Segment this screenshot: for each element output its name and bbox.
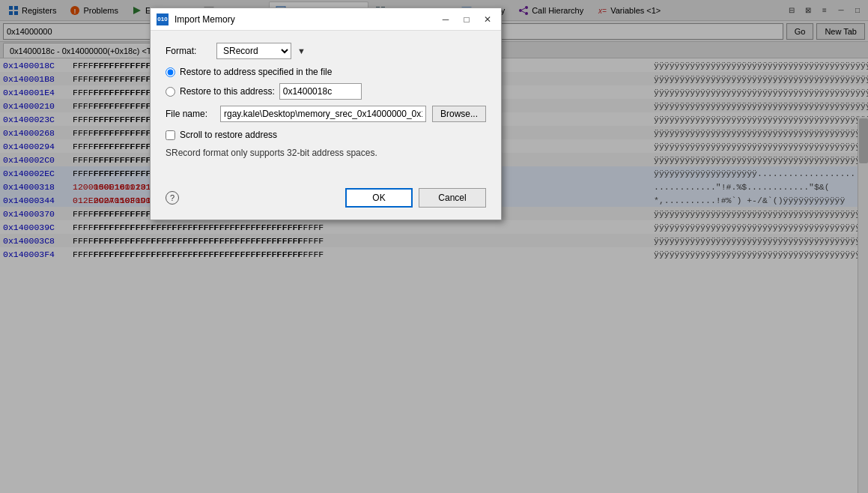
dialog-title-icon: 010 bbox=[157, 13, 169, 25]
dialog-titlebar: 010 Import Memory ─ □ ✕ bbox=[151, 8, 501, 31]
dialog-close-btn[interactable]: ✕ bbox=[480, 13, 495, 26]
info-text: SRecord format only supports 32-bit addr… bbox=[166, 148, 486, 158]
dialog-minimize-btn[interactable]: ─ bbox=[438, 13, 453, 26]
filename-row: File name: Browse... bbox=[166, 106, 486, 122]
radio-row-1: Restore to address specified in the file bbox=[166, 67, 486, 77]
browse-button[interactable]: Browse... bbox=[432, 106, 486, 122]
format-label: Format: bbox=[166, 46, 210, 56]
dialog-footer: ? OK Cancel bbox=[151, 182, 501, 220]
dialog-maximize-btn[interactable]: □ bbox=[459, 13, 474, 26]
radio-row-2: Restore to this address: bbox=[166, 83, 486, 100]
filename-label: File name: bbox=[166, 109, 214, 119]
restore-address-input[interactable] bbox=[279, 83, 362, 100]
cancel-button[interactable]: Cancel bbox=[419, 188, 486, 208]
radio-restore-addr-label: Restore to this address: bbox=[180, 86, 275, 97]
radio-restore-file[interactable] bbox=[166, 67, 175, 77]
scroll-checkbox[interactable] bbox=[166, 130, 175, 140]
radio-restore-file-label: Restore to address specified in the file bbox=[180, 67, 332, 77]
ok-button[interactable]: OK bbox=[345, 188, 413, 208]
format-select[interactable]: SRecord Intel Hex Binary bbox=[216, 43, 291, 59]
import-memory-dialog: 010 Import Memory ─ □ ✕ Format: SRecord … bbox=[150, 7, 502, 220]
dialog-title: Import Memory bbox=[174, 14, 432, 25]
radio-restore-addr[interactable] bbox=[166, 87, 175, 97]
filename-input[interactable] bbox=[220, 106, 426, 122]
format-row: Format: SRecord Intel Hex Binary ▼ bbox=[166, 43, 486, 59]
scroll-checkbox-label: Scroll to restore address bbox=[180, 130, 277, 140]
modal-overlay: 010 Import Memory ─ □ ✕ Format: SRecord … bbox=[0, 0, 868, 493]
help-button[interactable]: ? bbox=[166, 191, 179, 205]
checkbox-row: Scroll to restore address bbox=[166, 130, 486, 140]
dialog-body: Format: SRecord Intel Hex Binary ▼ Resto… bbox=[151, 31, 501, 182]
